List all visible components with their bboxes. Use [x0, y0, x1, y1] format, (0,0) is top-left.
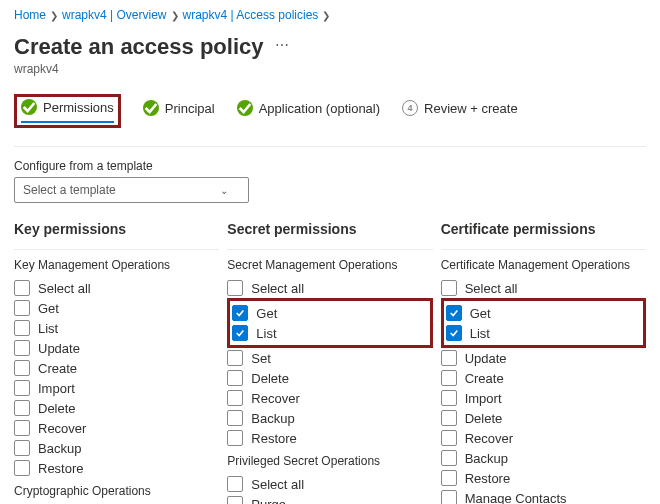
checkbox[interactable] — [441, 390, 457, 406]
checkbox[interactable] — [227, 280, 243, 296]
checkbox[interactable] — [441, 470, 457, 486]
checkbox[interactable] — [232, 305, 248, 321]
checkbox[interactable] — [14, 320, 30, 336]
permission-item[interactable]: Restore — [227, 428, 432, 448]
checkbox[interactable] — [14, 340, 30, 356]
checkbox[interactable] — [14, 360, 30, 376]
permission-item[interactable]: Recover — [441, 428, 646, 448]
permission-item[interactable]: Purge — [227, 494, 432, 504]
step-application[interactable]: Application (optional) — [237, 100, 380, 122]
group-title: Privileged Secret Operations — [227, 454, 432, 468]
permission-label: Recover — [465, 431, 513, 446]
permission-label: Backup — [251, 411, 294, 426]
permission-item[interactable]: Import — [441, 388, 646, 408]
permission-label: Update — [465, 351, 507, 366]
check-icon — [143, 100, 159, 116]
checkbox[interactable] — [227, 430, 243, 446]
wizard-steps: Permissions Principal Application (optio… — [14, 94, 646, 128]
permission-item[interactable]: Update — [14, 338, 219, 358]
checkbox[interactable] — [14, 380, 30, 396]
permission-label: Get — [256, 306, 277, 321]
divider — [227, 249, 432, 250]
permission-item[interactable]: Restore — [14, 458, 219, 478]
checkbox[interactable] — [441, 450, 457, 466]
checkbox[interactable] — [441, 430, 457, 446]
permission-item[interactable]: List — [446, 323, 641, 343]
permission-item[interactable]: Restore — [441, 468, 646, 488]
step-label: Review + create — [424, 101, 518, 116]
group-title: Certificate Management Operations — [441, 258, 646, 272]
checkbox[interactable] — [14, 420, 30, 436]
permission-label: List — [256, 326, 276, 341]
permission-item[interactable]: Manage Contacts — [441, 488, 646, 504]
page-header: Create an access policy ⋯ wrapkv4 — [14, 30, 646, 76]
permission-item[interactable]: Create — [441, 368, 646, 388]
step-permissions[interactable]: Permissions — [21, 99, 114, 123]
permission-label: List — [470, 326, 490, 341]
checkbox[interactable] — [441, 490, 457, 504]
breadcrumb-link[interactable]: Home — [14, 8, 46, 22]
permission-item[interactable]: Delete — [441, 408, 646, 428]
more-actions-button[interactable]: ⋯ — [275, 37, 289, 53]
permission-item[interactable]: Get — [14, 298, 219, 318]
column-title: Key permissions — [14, 221, 219, 237]
permission-item[interactable]: Get — [446, 303, 641, 323]
permission-item[interactable]: Backup — [441, 448, 646, 468]
checkbox[interactable] — [14, 400, 30, 416]
page-title: Create an access policy — [14, 34, 263, 60]
permission-item[interactable]: Get — [232, 303, 427, 323]
permission-item[interactable]: Recover — [14, 418, 219, 438]
checkbox[interactable] — [446, 305, 462, 321]
permission-item[interactable]: Select all — [227, 474, 432, 494]
permission-item[interactable]: Update — [441, 348, 646, 368]
checkbox[interactable] — [441, 370, 457, 386]
step-label: Principal — [165, 101, 215, 116]
divider — [14, 146, 646, 147]
permission-label: Get — [470, 306, 491, 321]
permission-item[interactable]: Select all — [14, 278, 219, 298]
permission-item[interactable]: Backup — [14, 438, 219, 458]
breadcrumb-link[interactable]: wrapkv4 | Access policies — [183, 8, 319, 22]
checkbox[interactable] — [227, 370, 243, 386]
permission-item[interactable]: Set — [227, 348, 432, 368]
permission-label: Select all — [38, 281, 91, 296]
checkbox[interactable] — [441, 350, 457, 366]
checkbox[interactable] — [441, 280, 457, 296]
permission-label: Update — [38, 341, 80, 356]
permission-item[interactable]: Select all — [441, 278, 646, 298]
permission-item[interactable]: Delete — [227, 368, 432, 388]
checkbox[interactable] — [14, 460, 30, 476]
check-icon — [21, 99, 37, 115]
permission-item[interactable]: Import — [14, 378, 219, 398]
permission-item[interactable]: List — [232, 323, 427, 343]
checkbox[interactable] — [227, 410, 243, 426]
permission-label: Delete — [251, 371, 289, 386]
checkbox[interactable] — [446, 325, 462, 341]
checkbox[interactable] — [227, 350, 243, 366]
breadcrumb-link[interactable]: wrapkv4 | Overview — [62, 8, 166, 22]
checkbox[interactable] — [14, 440, 30, 456]
checkbox[interactable] — [14, 280, 30, 296]
checkbox[interactable] — [441, 410, 457, 426]
permission-item[interactable]: Recover — [227, 388, 432, 408]
permission-item[interactable]: Backup — [227, 408, 432, 428]
checkbox[interactable] — [227, 390, 243, 406]
group-title: Key Management Operations — [14, 258, 219, 272]
checkbox[interactable] — [14, 300, 30, 316]
permission-label: Recover — [38, 421, 86, 436]
template-select[interactable]: Select a template ⌄ — [14, 177, 249, 203]
permission-item[interactable]: List — [14, 318, 219, 338]
permission-item[interactable]: Select all — [227, 278, 432, 298]
checkbox[interactable] — [227, 496, 243, 504]
checkbox[interactable] — [227, 476, 243, 492]
permission-item[interactable]: Create — [14, 358, 219, 378]
permission-item[interactable]: Delete — [14, 398, 219, 418]
step-review-create[interactable]: 4 Review + create — [402, 100, 518, 122]
divider — [441, 249, 646, 250]
permission-label: Set — [251, 351, 271, 366]
permission-column: Certificate permissionsCertificate Manag… — [441, 221, 646, 504]
permission-label: Create — [38, 361, 77, 376]
permission-label: Import — [465, 391, 502, 406]
step-principal[interactable]: Principal — [143, 100, 215, 122]
checkbox[interactable] — [232, 325, 248, 341]
